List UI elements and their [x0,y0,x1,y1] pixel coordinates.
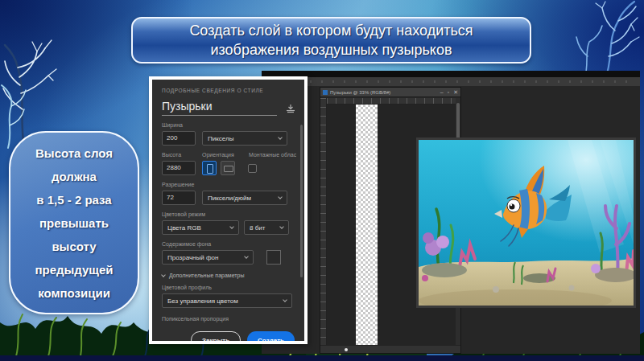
advanced-options-toggle[interactable]: Дополнительные параметры [162,273,296,278]
transparent-canvas[interactable] [356,105,378,345]
bubble-line: композиции [38,281,110,305]
bubble-line: предыдущей [35,258,113,281]
presentation-slide: Создать слой в котором будут находиться … [0,0,644,361]
landscape-orientation-icon[interactable] [221,161,235,175]
bubble-line: превышать [39,211,109,235]
bit-depth-select[interactable]: 8 бит [244,220,289,235]
slide-bottom-bar [0,355,644,361]
width-unit-select[interactable]: Пикселы [202,131,287,146]
color-mode-select[interactable]: Цвета RGB [162,220,239,235]
dialog-scrollbar[interactable] [300,125,303,277]
photoshop-options-bar [262,77,640,86]
color-profile-select[interactable]: Без управления цветом [162,293,292,308]
chevron-down-icon [278,135,283,140]
close-icon[interactable]: ✕ [453,89,458,95]
resolution-input[interactable]: 72 [162,191,196,205]
photoshop-window: Пузырьки @ 33% (RGB/8#) – ▫ ✕ [262,71,640,354]
chevron-down-icon [244,254,249,259]
document-name-input[interactable]: Пузырьки [162,100,277,116]
document-statusbar [320,345,460,353]
document-title: Пузырьки @ 33% (RGB/8#) [330,90,440,95]
document-icon [323,90,328,95]
chevron-down-icon [161,273,166,277]
bubble-line: должна [52,165,97,188]
title-banner: Создать слой в котором будут находиться … [131,17,531,64]
create-button[interactable]: Создать [247,331,295,344]
color-mode-label: Цветовой режим [162,211,296,217]
previous-composition-image [416,137,636,308]
title-line-2: изображения воздушных пузырьков [210,40,452,59]
resolution-unit-select[interactable]: Пиксели/дюйм [202,191,287,205]
portrait-orientation-icon[interactable] [202,161,217,175]
new-document-dialog: ПОДРОБНЫЕ СВЕДЕНИЯ О СТИЛЕ Пузырьки Шири… [149,76,308,344]
close-button[interactable]: Закрыть [191,331,241,344]
bubble-line: высоту [52,235,96,258]
height-input[interactable]: 2880 [162,161,196,175]
horizontal-ruler [327,98,460,105]
note-bubble: Высота слоя должна в 1,5 - 2 раза превыш… [9,131,139,314]
chevron-down-icon [283,297,287,302]
minimize-icon[interactable]: – [440,89,444,95]
orientation-label: Ориентация [202,152,249,158]
width-label: Ширина [162,122,296,128]
maximize-icon[interactable]: ▫ [448,89,449,95]
height-label: Высота [162,152,202,158]
resolution-label: Разрешение [162,182,296,187]
background-contents-label: Содержимое фона [162,241,296,247]
chevron-down-icon [279,224,284,229]
save-preset-icon[interactable] [285,104,296,113]
width-input[interactable]: 200 [162,131,196,146]
artboards-label: Монтажные област [249,152,296,158]
coral-branch-right-decoration [555,0,644,80]
background-color-swatch[interactable] [266,250,281,265]
pixel-aspect-ratio-label: Попиксельная пропорция [162,316,296,322]
dialog-header: ПОДРОБНЫЕ СВЕДЕНИЯ О СТИЛЕ [162,88,296,93]
photoshop-titlebar-strip [262,71,640,77]
title-line-1: Создать слой в котором будут находиться [189,21,473,40]
chevron-down-icon [278,195,283,199]
bubble-line: Высота слоя [35,142,113,165]
background-contents-select[interactable]: Прозрачный фон [162,250,254,265]
chevron-down-icon [229,224,234,229]
underwater-fish-illustration [419,140,634,306]
document-titlebar[interactable]: Пузырьки @ 33% (RGB/8#) – ▫ ✕ [320,88,460,97]
vertical-ruler [320,98,327,345]
bubble-line: в 1,5 - 2 раза [36,188,111,211]
color-profile-label: Цветовой профиль [162,285,296,290]
artboards-checkbox[interactable] [248,164,257,173]
